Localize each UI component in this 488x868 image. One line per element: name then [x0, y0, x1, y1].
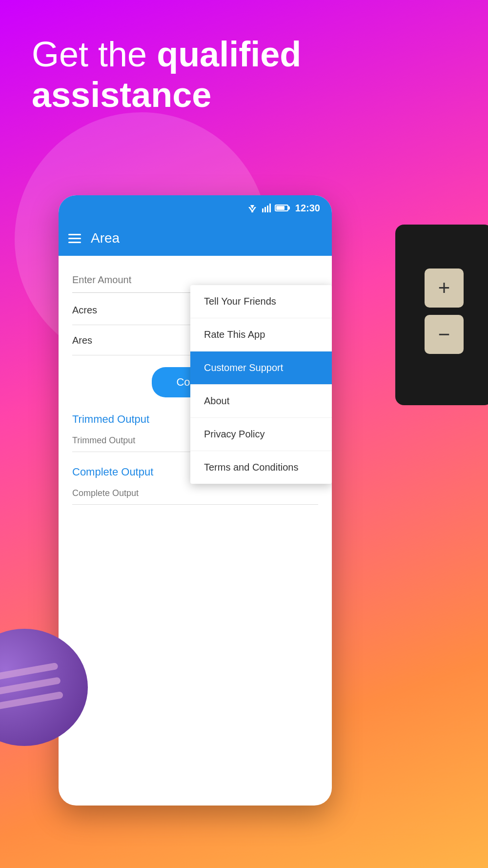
- calc-screen: [401, 234, 487, 264]
- svg-rect-4: [262, 208, 264, 212]
- battery-icon: [275, 205, 288, 211]
- hamburger-line-2: [68, 238, 81, 239]
- dropdown-menu: Tell Your Friends Rate This App Customer…: [190, 285, 332, 484]
- menu-item-about[interactable]: About: [190, 385, 332, 418]
- menu-item-tell-friends[interactable]: Tell Your Friends: [190, 285, 332, 318]
- phone-mockup: 12:30 Area Tell Your Friends Rate This A…: [59, 195, 332, 806]
- hamburger-line-1: [68, 234, 81, 235]
- svg-rect-7: [269, 204, 271, 212]
- menu-item-terms[interactable]: Terms and Conditions: [190, 451, 332, 484]
- app-bar: Area Tell Your Friends Rate This App Cus…: [59, 221, 332, 256]
- headline: Get the qualified assistance: [32, 34, 301, 115]
- calculator-decoration: + −: [395, 225, 488, 405]
- headline-bold: qualified: [157, 35, 301, 74]
- hamburger-line-3: [68, 242, 81, 243]
- status-bar: 12:30: [59, 195, 332, 221]
- svg-rect-5: [264, 207, 266, 212]
- complete-output-input[interactable]: [72, 484, 318, 505]
- calc-plus-btn: +: [425, 269, 464, 308]
- calc-minus-btn: −: [425, 315, 464, 354]
- headline-prefix: Get the: [32, 35, 157, 74]
- menu-item-customer-support[interactable]: Customer Support: [190, 351, 332, 385]
- menu-item-privacy-policy[interactable]: Privacy Policy: [190, 418, 332, 451]
- app-title: Area: [91, 230, 120, 246]
- headline-line2: assistance: [32, 75, 211, 114]
- wifi-icon: [246, 204, 258, 212]
- menu-item-rate-app[interactable]: Rate This App: [190, 318, 332, 351]
- status-time: 12:30: [295, 203, 320, 214]
- ball-lines: [0, 662, 63, 712]
- status-icons: 12:30: [246, 203, 320, 214]
- svg-rect-6: [267, 206, 268, 212]
- ball-line-3: [0, 691, 63, 712]
- signal-icon: [262, 204, 271, 212]
- hamburger-button[interactable]: [68, 234, 81, 243]
